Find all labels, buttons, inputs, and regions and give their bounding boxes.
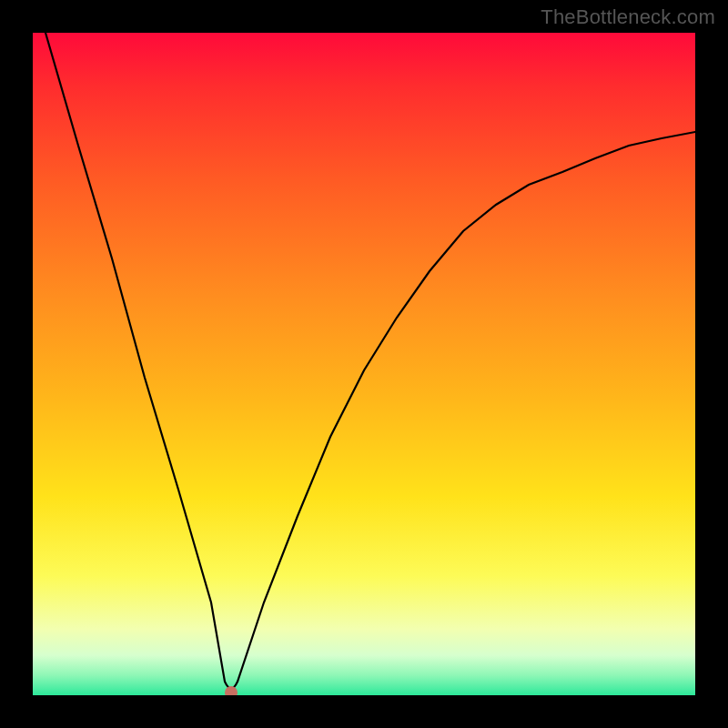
bottleneck-marker xyxy=(225,686,238,695)
chart-frame: TheBottleneck.com xyxy=(0,0,728,728)
plot-area xyxy=(33,33,695,695)
watermark-text: TheBottleneck.com xyxy=(541,5,715,29)
bottleneck-curve xyxy=(33,33,695,695)
curve-path xyxy=(46,33,695,689)
